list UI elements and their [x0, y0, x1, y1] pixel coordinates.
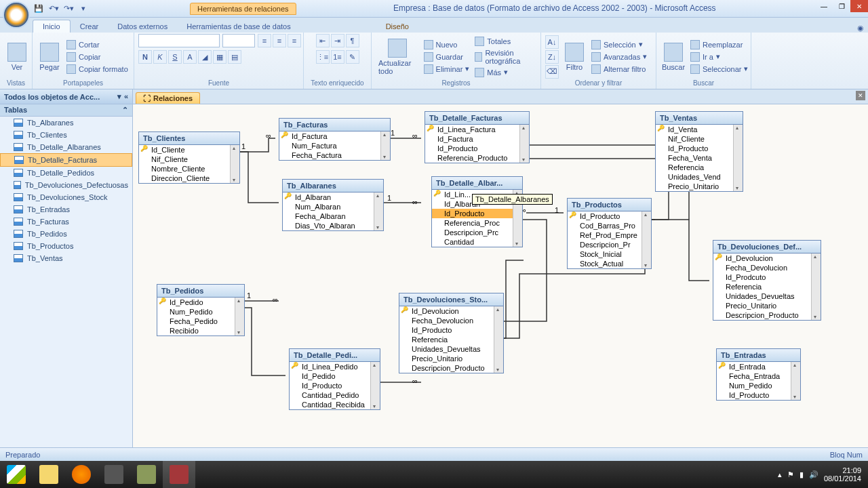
highlight-icon[interactable]: ✎ [346, 50, 359, 64]
paste-button[interactable]: Pegar [37, 41, 62, 73]
table-field[interactable]: Id_Cliente [139, 145, 239, 155]
numbering-icon[interactable]: 1≡ [331, 50, 344, 64]
table-field[interactable]: Direccion_Cliente [139, 174, 239, 183]
table-field[interactable]: Num_Factura [279, 141, 390, 150]
table-field[interactable]: Fecha_Pedido [157, 317, 244, 326]
table-box-devoluciones-def[interactable]: Tb_Devoluciones_Def...Id_DevolucionFecha… [713, 240, 821, 321]
table-field[interactable]: Id_Factura [279, 131, 390, 141]
tab-herramientas-bd[interactable]: Herramientas de base de datos [177, 20, 300, 33]
fill-color-icon[interactable]: ◢ [198, 50, 212, 64]
help-icon[interactable]: ◉ [857, 24, 864, 33]
table-field[interactable]: Referencia_Proc [432, 218, 522, 228]
filter-button[interactable]: Filtro [561, 41, 587, 73]
table-field[interactable]: Id_Producto [399, 325, 503, 335]
table-box-detalle-pedidos[interactable]: Tb_Detalle_Pedi...Id_Linea_PedidoId_Pedi… [289, 348, 380, 410]
table-field[interactable]: Id_Factura [425, 134, 529, 144]
view-button[interactable]: Ver [4, 41, 30, 73]
table-field[interactable]: Fecha_Devolucion [399, 316, 503, 325]
table-field[interactable]: Stock_Inicial [568, 249, 651, 259]
table-field[interactable]: Cod_Barras_Pro [568, 221, 651, 230]
find-button[interactable]: Buscar [660, 41, 686, 73]
table-field[interactable]: Referencia_Producto [425, 153, 529, 163]
italic-icon[interactable]: K [153, 50, 167, 64]
delete-button[interactable]: Eliminar ▾ [422, 64, 471, 75]
bullets-icon[interactable]: ⋮≡ [316, 50, 330, 64]
table-field[interactable]: Id_Venta [656, 125, 743, 134]
table-box-ventas[interactable]: Tb_VentasId_VentaNif_ClienteId_ProductoF… [655, 111, 743, 192]
copy-button[interactable]: Copiar [65, 52, 130, 62]
table-field[interactable]: Id_Linea_Factura [425, 125, 529, 134]
nav-item-tb_clientes[interactable]: Tb_Clientes [0, 129, 132, 141]
clear-sort-icon[interactable]: ⌫ [545, 65, 559, 79]
close-tab-button[interactable]: ✕ [856, 91, 865, 100]
underline-icon[interactable]: S [168, 50, 182, 64]
system-tray[interactable]: ▴ ⚑ ▮ 🔊 21:09 08/01/2014 [778, 466, 868, 483]
table-field[interactable]: Id_Producto [568, 211, 651, 221]
table-field[interactable]: Id_Entrada [717, 362, 800, 371]
redo-icon[interactable]: ↷▾ [62, 3, 75, 15]
close-button[interactable]: ✕ [850, 0, 868, 12]
tab-diseno[interactable]: Diseño [376, 20, 418, 33]
table-box-detalle-facturas[interactable]: Tb_Detalle_FacturasId_Linea_FacturaId_Fa… [425, 111, 530, 163]
save-record-button[interactable]: Guardar [422, 52, 471, 62]
table-field[interactable]: Nif_Cliente [656, 134, 743, 144]
align-center-icon[interactable]: ≡ [273, 34, 286, 47]
table-header[interactable]: Tb_Detalle_Albar... [432, 177, 522, 190]
replace-button[interactable]: Reemplazar [689, 39, 749, 50]
explorer-button[interactable] [33, 461, 65, 488]
scrollbar[interactable] [230, 145, 239, 183]
volume-icon[interactable]: 🔊 [809, 470, 818, 479]
indent-inc-icon[interactable]: ⇥ [331, 34, 344, 47]
save-icon[interactable]: 💾 [33, 3, 45, 15]
minimize-button[interactable]: — [815, 0, 833, 12]
select-button[interactable]: Seleccionar ▾ [689, 64, 749, 75]
chevron-down-icon[interactable]: ▾ [117, 92, 121, 101]
table-header[interactable]: Tb_Clientes [139, 132, 239, 145]
table-header[interactable]: Tb_Detalle_Facturas [425, 112, 529, 125]
scrollbar[interactable] [811, 253, 821, 320]
table-field[interactable]: Recibido [157, 326, 244, 336]
table-field[interactable]: Id_Producto [290, 381, 380, 390]
gridlines-icon[interactable]: ▦ [213, 50, 226, 64]
nav-item-tb_devoluciones_stock[interactable]: Tb_Devoluciones_Stock [0, 191, 132, 203]
office-button[interactable] [3, 1, 30, 28]
table-field[interactable]: Unidades_Devueltas [399, 344, 503, 354]
table-field[interactable]: Id_Pedido [290, 371, 380, 381]
nav-item-tb_albaranes[interactable]: Tb_Albaranes [0, 117, 132, 129]
goto-button[interactable]: Ir a ▾ [689, 52, 749, 62]
table-header[interactable]: Tb_Ventas [656, 112, 743, 125]
table-field[interactable]: Nif_Cliente [139, 155, 239, 164]
table-field[interactable]: Cantidad_Pedido [290, 390, 380, 400]
nav-item-tb_detalle_pedidos[interactable]: Tb_Detalle_Pedidos [0, 167, 132, 179]
table-field[interactable]: Stock_Actual [568, 259, 651, 268]
scrollbar[interactable] [380, 131, 390, 160]
nav-section-tables[interactable]: Tablas⌃ [0, 104, 132, 117]
font-name-combo[interactable] [138, 34, 220, 47]
nav-item-tb_pedidos[interactable]: Tb_Pedidos [0, 228, 132, 240]
scrollbar[interactable] [235, 298, 244, 336]
table-field[interactable]: Num_Pedido [157, 307, 244, 317]
task-app1[interactable] [98, 461, 130, 488]
table-field[interactable]: Id_Producto [425, 144, 529, 153]
scrollbar[interactable] [519, 125, 529, 163]
table-field[interactable]: Referencia [713, 282, 821, 291]
table-field[interactable]: Fecha_Entrada [717, 371, 800, 381]
table-box-productos[interactable]: Tb_ProductosId_ProductoCod_Barras_ProRef… [567, 198, 652, 269]
table-field[interactable]: Cantidad [432, 237, 522, 247]
refresh-button[interactable]: Actualizar todo [376, 37, 420, 77]
collapse-section-icon[interactable]: ⌃ [122, 106, 128, 115]
network-icon[interactable]: ▮ [800, 470, 804, 479]
table-field[interactable]: Id_Devolucion [399, 306, 503, 316]
table-field[interactable]: Id_Albaran [283, 192, 383, 202]
scrollbar[interactable] [642, 211, 651, 268]
table-field[interactable]: Fecha_Devolucion [713, 263, 821, 272]
sort-asc-icon[interactable]: A↓ [545, 35, 559, 49]
table-field[interactable]: Descripcion_Producto [713, 310, 821, 320]
table-box-detalle-albaranes[interactable]: Tb_Detalle_Albar...Id_Lin...Id_AlbaranId… [431, 176, 523, 247]
selection-button[interactable]: Selección ▾ [590, 39, 648, 50]
table-box-devoluciones-stock[interactable]: Tb_Devoluciones_Sto...Id_DevolucionFecha… [399, 293, 504, 373]
qat-dropdown-icon[interactable]: ▾ [77, 3, 90, 15]
table-field[interactable]: Id_Producto [656, 144, 743, 153]
table-box-entradas[interactable]: Tb_EntradasId_EntradaFecha_EntradaNum_Pe… [716, 348, 801, 401]
indent-dec-icon[interactable]: ⇤ [316, 34, 330, 47]
